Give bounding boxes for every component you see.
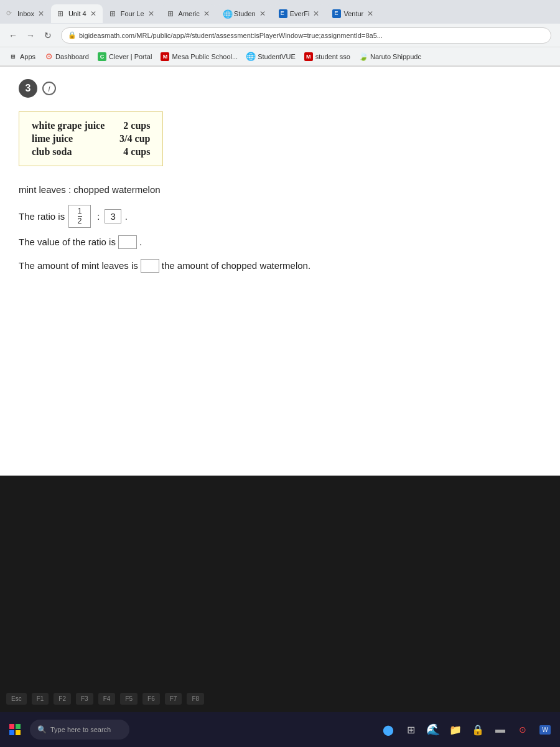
function-keys-row: Esc F1 F2 F3 F4 F5 F6 F7 F8 [0, 693, 560, 705]
taskbar-task-view[interactable]: ⊞ [401, 720, 421, 740]
bookmark-naruto[interactable]: 🍃 Naruto Shippudc [355, 51, 425, 62]
tab-unit4[interactable]: ⊞ Unit 4 ✕ [51, 4, 103, 23]
ratio-colon: : [97, 211, 100, 222]
fraction-numerator: 1 [78, 207, 82, 217]
key-f3[interactable]: F3 [76, 693, 93, 705]
bookmark-dashboard[interactable]: ⊙ Dashboard [40, 51, 93, 62]
tab-inbox-icon: ⟳ [6, 9, 15, 18]
amount-line: The amount of mint leaves is the amount … [19, 259, 541, 273]
windows-logo-icon [9, 724, 21, 735]
key-f6[interactable]: F6 [142, 693, 160, 705]
amount-text-after: the amount of chopped watermelon. [162, 260, 310, 271]
studentsso-icon: M [304, 52, 313, 61]
ratio-label: mint leaves : chopped watermelon [19, 182, 541, 197]
word-icon: W [539, 725, 550, 735]
tab-inbox[interactable]: ⟳ Inbox ✕ [0, 4, 50, 23]
ratio-line: The ratio is 1 2 : 3 . [19, 205, 541, 228]
amount-text-before: The amount of mint leaves is [19, 260, 138, 271]
tab-fourle-close[interactable]: ✕ [148, 9, 154, 18]
recipe-row-0: white grape juice 2 cups [32, 120, 150, 131]
ingredient-name-0: white grape juice [32, 120, 105, 131]
tab-fourle[interactable]: ⊞ Four Le ✕ [103, 4, 161, 23]
ratio-period: . [125, 211, 128, 222]
recipe-row-2: club soda 4 cups [32, 146, 150, 157]
ingredient-name-2: club soda [32, 146, 72, 157]
taskbar-lock-icon: 🔒 [472, 724, 484, 736]
taskbar-edge[interactable]: 🌊 [423, 720, 443, 740]
address-bar-row: ← → ↻ 🔒 bigideasmath.com/MRL/public/app/… [0, 24, 560, 47]
taskbar-search-box[interactable]: 🔍 Type here to search [30, 720, 129, 740]
taskbar-bar-chart[interactable]: ▬ [490, 720, 510, 740]
svg-rect-3 [16, 730, 21, 735]
start-button[interactable] [5, 720, 25, 740]
tab-unit4-icon: ⊞ [57, 9, 66, 18]
mesa-icon: M [161, 52, 169, 61]
ingredient-name-1: lime juice [32, 133, 73, 144]
value-period: . [139, 237, 142, 247]
key-f7[interactable]: F7 [165, 693, 182, 705]
tab-bar: ⟳ Inbox ✕ ⊞ Unit 4 ✕ ⊞ Four Le ✕ ⊞ Ameri… [0, 0, 560, 24]
question-container: 3 i white grape juice 2 cups lime juice … [0, 67, 560, 293]
info-icon[interactable]: i [42, 82, 56, 95]
tab-unit4-close[interactable]: ✕ [90, 9, 96, 18]
tab-everfi1-close[interactable]: ✕ [313, 9, 319, 18]
taskbar-cortana[interactable]: ⬤ [378, 720, 398, 740]
chrome-icon: ⊙ [519, 725, 526, 735]
explorer-icon: 📁 [449, 724, 462, 736]
tab-student-close[interactable]: ✕ [259, 9, 266, 18]
taskbar: 🔍 Type here to search ⬤ ⊞ 🌊 📁 🔒 ▬ ⊙ W [0, 712, 560, 747]
value-ratio-line: The value of the ratio is . [19, 235, 541, 249]
bookmark-clever[interactable]: C Clever | Portal [94, 51, 156, 62]
address-box[interactable]: 🔒 bigideasmath.com/MRL/public/app/#/stud… [61, 27, 551, 44]
task-view-icon: ⊞ [407, 724, 415, 736]
back-button[interactable]: ← [5, 27, 21, 44]
value-ratio-input[interactable] [118, 235, 137, 249]
bookmark-studentsso[interactable]: M student sso [301, 51, 354, 62]
taskbar-explorer[interactable]: 📁 [446, 720, 465, 740]
naruto-icon: 🍃 [359, 52, 368, 61]
browser-chrome: ⟳ Inbox ✕ ⊞ Unit 4 ✕ ⊞ Four Le ✕ ⊞ Ameri… [0, 0, 560, 67]
tab-americ-close[interactable]: ✕ [203, 9, 210, 18]
ingredient-amount-1: 3/4 cup [119, 133, 150, 144]
taskbar-lock[interactable]: 🔒 [468, 720, 488, 740]
key-f2[interactable]: F2 [54, 693, 71, 705]
key-f8[interactable]: F8 [187, 693, 204, 705]
bookmark-apps[interactable]: ⊞ Apps [5, 51, 39, 62]
tab-student-icon: 🌐 [223, 9, 231, 18]
tab-americ[interactable]: ⊞ Americ ✕ [161, 4, 216, 23]
value-text-label: The value of the ratio is [19, 237, 116, 247]
key-f4[interactable]: F4 [98, 693, 116, 705]
taskbar-search-icon: 🔍 [37, 725, 47, 734]
ingredient-amount-2: 4 cups [123, 146, 150, 157]
ratio-text-label: The ratio is [19, 211, 65, 222]
fraction-box: 1 2 [68, 205, 91, 228]
fraction-denominator: 2 [78, 217, 82, 225]
apps-grid-icon: ⊞ [9, 52, 17, 61]
taskbar-word[interactable]: W [535, 720, 555, 740]
ingredient-amount-0: 2 cups [123, 120, 150, 131]
tab-ventur-icon: E [332, 9, 341, 18]
tab-everfi1[interactable]: E EverFi ✕ [273, 4, 326, 23]
taskbar-chrome[interactable]: ⊙ [513, 720, 533, 740]
tab-student[interactable]: 🌐 Studen ✕ [217, 4, 272, 23]
recipe-row-1: lime juice 3/4 cup [32, 133, 150, 144]
clever-icon: C [98, 52, 106, 61]
tab-ventur[interactable]: E Ventur ✕ [326, 4, 380, 23]
bookmarks-bar: ⊞ Apps ⊙ Dashboard C Clever | Portal M M… [0, 47, 560, 66]
svg-rect-1 [16, 724, 21, 729]
bookmark-mesa[interactable]: M Mesa Public School... [157, 51, 241, 62]
dashboard-icon: ⊙ [44, 52, 53, 61]
tab-americ-icon: ⊞ [167, 9, 176, 18]
svg-rect-2 [9, 730, 14, 735]
tab-inbox-close[interactable]: ✕ [38, 9, 44, 18]
reload-button[interactable]: ↻ [40, 27, 56, 44]
key-f5[interactable]: F5 [120, 693, 138, 705]
tab-ventur-close[interactable]: ✕ [367, 9, 373, 18]
key-f1[interactable]: F1 [32, 693, 49, 705]
key-esc[interactable]: Esc [6, 693, 27, 705]
bookmark-studentvue[interactable]: 🌐 StudentVUE [243, 51, 299, 62]
cortana-icon: ⬤ [383, 724, 394, 736]
forward-button[interactable]: → [22, 27, 39, 44]
lock-icon: 🔒 [68, 31, 77, 39]
amount-input[interactable] [141, 259, 159, 273]
